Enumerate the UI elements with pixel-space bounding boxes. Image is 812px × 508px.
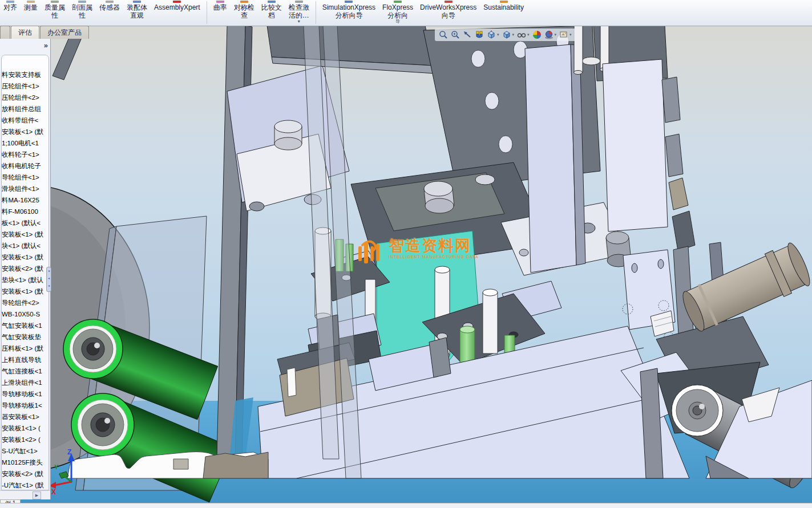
ribbon-button[interactable]: 曲率	[210, 1, 231, 11]
feature-tree-item[interactable]: 器安装板<1>	[2, 411, 49, 422]
feature-tree-item[interactable]: 安装板<1> (默	[2, 126, 49, 137]
ribbon-button[interactable]: 传感器	[96, 1, 123, 11]
view-orientation-dropdown[interactable]: ▾	[497, 32, 499, 37]
feature-tree-item[interactable]: 上料直线导轨	[2, 354, 49, 365]
ribbon-button-icon	[133, 1, 141, 3]
feature-tree-item[interactable]: 导轮组件<2>	[2, 297, 49, 308]
ribbon-button-icon	[6, 1, 14, 3]
ribbon-button[interactable]: 对齐	[0, 1, 21, 11]
feature-tree-item[interactable]: 收料轮子<1>	[2, 149, 49, 160]
hide-show-items-dropdown[interactable]: ▾	[527, 32, 530, 37]
ribbon-button-icon	[27, 1, 35, 3]
tab-partial[interactable]	[0, 26, 10, 39]
tab-evaluate[interactable]: 评估	[11, 26, 39, 39]
feature-tree-item[interactable]: 压轮组件<2>	[2, 92, 49, 103]
view-settings-dropdown[interactable]: ▾	[569, 32, 572, 37]
feature-tree-item[interactable]: 压轮组件<1>	[2, 80, 49, 92]
feature-tree-item[interactable]: 放料组件总组	[2, 103, 49, 115]
feature-tree-item[interactable]: 导轮组件<1>	[2, 172, 49, 183]
feature-tree-item[interactable]: WB-10X50-S	[2, 308, 49, 320]
ribbon-button[interactable]: 质量属性	[41, 1, 68, 19]
display-style-icon[interactable]	[502, 30, 512, 40]
panel-horizontal-scrollbar[interactable]: ▶	[0, 490, 50, 499]
ribbon-button[interactable]: SimulationXpress分析向导	[319, 1, 379, 19]
ribbon-button[interactable]: 装配体直观	[123, 1, 151, 19]
display-style-dropdown[interactable]: ▾	[512, 32, 515, 37]
ribbon-button[interactable]: 测量	[21, 1, 41, 11]
feature-tree-item[interactable]: 安装板<1> (默	[2, 251, 49, 263]
ribbon-separator	[207, 1, 207, 24]
ribbon-button[interactable]: 比较文档	[258, 1, 285, 19]
feature-tree-item[interactable]: 收料电机轮子	[2, 160, 49, 172]
feature-tree-item[interactable]: 压料板<1> (默	[2, 343, 49, 354]
scrollbar-right-arrow[interactable]: ▶	[33, 491, 41, 499]
ribbon-button[interactable]: DriveWorksXpress向导	[417, 1, 480, 19]
zoom-to-area-icon[interactable]	[450, 30, 460, 40]
ribbon-button[interactable]: 检查激活的…▾	[285, 1, 313, 24]
feature-tree: 料安装支持板压轮组件<1>压轮组件<2>放料组件总组收料带组件<安装板<1> (…	[2, 55, 49, 490]
ribbon-button-icon	[445, 1, 453, 3]
feature-tree-item[interactable]: 安装板<1> (默	[2, 286, 49, 297]
zoom-to-fit-icon[interactable]	[438, 30, 449, 40]
feature-tree-item[interactable]: 气缸连接板<1	[2, 365, 49, 377]
feature-tree-item[interactable]: 安装板1<1> (	[2, 422, 49, 434]
feature-tree-item[interactable]: 料F-M06100	[2, 206, 49, 217]
ribbon-button[interactable]: 剖面属性	[68, 1, 96, 19]
heads-up-view-toolbar: ▾ ▾ ▾ ▾ ▾	[435, 29, 576, 41]
view-settings-icon[interactable]	[559, 30, 569, 40]
feature-tree-item[interactable]: 安装板<2> (默	[2, 468, 49, 479]
feature-manager-panel: » 料安装支持板压轮组件<1>压轮组件<2>放料组件总组收料带组件<安装板<1>…	[0, 39, 51, 499]
ribbon-button-icon	[216, 1, 224, 3]
feature-tree-box: 料安装支持板压轮组件<1>压轮组件<2>放料组件总组收料带组件<安装板<1> (…	[1, 55, 49, 490]
edit-appearance-icon[interactable]	[532, 30, 542, 40]
panel-collapse-chevron[interactable]: »	[44, 41, 48, 50]
feature-tree-item[interactable]: 安装板<1> (默	[2, 229, 49, 240]
apply-scene-dropdown[interactable]: ▾	[555, 32, 557, 37]
command-manager-ribbon: 对齐 测量 质量属性 剖面属性 传感器 装配体直观 AssemblyXpert …	[0, 0, 812, 26]
feature-tree-item[interactable]: 气缸安装板<1	[2, 320, 49, 331]
tab-office-products[interactable]: 办公室产品	[40, 26, 89, 39]
feature-tree-item[interactable]: 安装板<2> (默	[2, 263, 49, 274]
previous-view-icon[interactable]	[462, 30, 472, 40]
watermark-subtitle: INTELLIGENT MANUFACTURING DATA	[389, 255, 479, 259]
feature-tree-item[interactable]: 滑块组件<1>	[2, 183, 49, 194]
ribbon-button-icon	[500, 1, 508, 3]
feature-tree-item[interactable]: 块<1> (默认<	[2, 240, 49, 251]
hide-show-items-icon[interactable]	[516, 30, 527, 40]
feature-tree-item[interactable]: 气缸安装板垫	[2, 331, 49, 343]
watermark-logo	[357, 237, 385, 267]
feature-tree-item[interactable]: -U汽缸<1> (默	[2, 479, 49, 490]
feature-tree-item[interactable]: M10125F接头	[2, 457, 49, 468]
view-orientation-icon[interactable]	[486, 30, 496, 40]
ribbon-separator	[316, 1, 316, 24]
ribbon-button-icon	[345, 1, 353, 3]
feature-tree-item[interactable]: 安装板1<2> (	[2, 434, 49, 445]
feature-tree-item[interactable]: S-U汽缸<1>	[2, 445, 49, 457]
ribbon-button-icon	[106, 1, 114, 3]
ribbon-button[interactable]: AssemblyXpert	[151, 1, 204, 11]
feature-tree-item[interactable]: 上滑块组件<1	[2, 377, 49, 388]
command-manager-tabs: 评估 办公室产品	[0, 26, 90, 39]
feature-tree-item[interactable]: 收料带组件<	[2, 115, 49, 126]
apply-scene-icon[interactable]	[544, 30, 554, 40]
feature-tree-item[interactable]: 导轨移动板<1	[2, 388, 49, 400]
feature-tree-item[interactable]: 垫块<1> (默认	[2, 274, 49, 286]
ribbon-button[interactable]: 对称检查	[231, 1, 258, 19]
ribbon-button-icon	[51, 1, 59, 3]
ribbon-button-icon	[173, 1, 181, 3]
ribbon-button[interactable]: Sustainability	[480, 1, 527, 11]
ribbon-group-evaluate-2: 曲率 对称检查 比较文档 检查激活的…▾	[210, 0, 313, 24]
panel-splitter-handle[interactable]: ◂ ◂ ◂	[46, 267, 51, 292]
watermark: 智造资料网 INTELLIGENT MANUFACTURING DATA	[357, 237, 479, 267]
feature-tree-item[interactable]: 导轨移动板1<	[2, 400, 49, 411]
feature-tree-item[interactable]: 料MA-16X25	[2, 194, 49, 206]
feature-tree-item[interactable]: 板<1> (默认<	[2, 217, 49, 229]
feature-tree-item[interactable]: 1;100电机<1	[2, 137, 49, 149]
graphics-area[interactable]: Z Y X	[0, 26, 812, 508]
ribbon-button[interactable]: FloXpress分析向导	[379, 1, 417, 24]
section-view-icon[interactable]	[474, 30, 484, 40]
ribbon-button-icon	[78, 1, 86, 3]
feature-tree-item[interactable]: 料安装支持板	[2, 69, 49, 80]
ribbon-button-icon	[268, 1, 276, 3]
solidworks-window: { "ribbon": { "groups": [ [ {"l1":"对齐","…	[0, 0, 812, 508]
